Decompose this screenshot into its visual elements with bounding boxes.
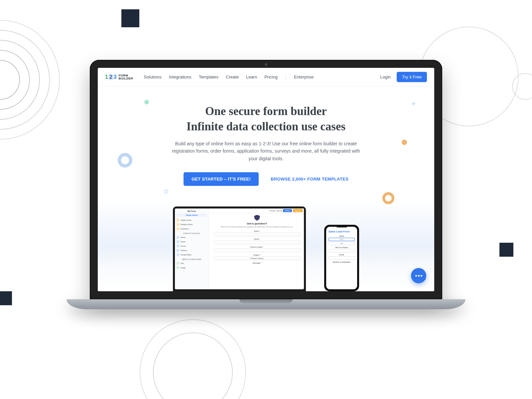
try-free-button[interactable]: Try it Free <box>397 72 427 82</box>
decoration-plus-icon: + <box>411 100 416 108</box>
bg-square-right <box>499 243 513 257</box>
mockup-form-canvas: Got a question? We're here to help and a… <box>209 208 304 289</box>
nav-link-learn[interactable]: Learn <box>246 74 257 79</box>
logo[interactable]: 123 FORMBUILDER <box>105 74 133 80</box>
logo-text: FORMBUILDER <box>119 74 133 80</box>
decoration-dot-orange <box>402 140 407 145</box>
decoration-ring-small <box>164 190 168 194</box>
nav-link-enterprise[interactable]: Enterprise <box>294 74 314 79</box>
nav-link-templates[interactable]: Templates <box>199 74 218 79</box>
nav-link-pricing[interactable]: Pricing <box>264 74 278 79</box>
mockup-phone: Sales Lead Form Name First Last Title of… <box>324 225 359 291</box>
site-navbar: 123 FORMBUILDER Solutions Integrations T… <box>98 68 434 86</box>
laptop-camera <box>265 63 267 66</box>
bg-square-top <box>121 9 139 27</box>
product-mockups: Preview Results Publish Upgrade My Form … <box>173 198 359 291</box>
mockup-laptop: Preview Results Publish Upgrade My Form … <box>173 206 306 291</box>
nav-link-create[interactable]: Create <box>226 74 239 79</box>
chat-fab-button[interactable] <box>411 268 426 283</box>
login-link[interactable]: Login <box>380 74 391 79</box>
decoration-ring-blue <box>118 153 132 168</box>
nav-divider <box>286 74 286 80</box>
cta-get-started-button[interactable]: GET STARTED – IT'S FREE! <box>184 172 259 186</box>
nav-link-solutions[interactable]: Solutions <box>144 74 161 79</box>
logo-mark: 123 <box>105 74 117 80</box>
chat-icon <box>415 275 422 277</box>
shield-icon <box>254 215 260 221</box>
laptop-mockup: 123 FORMBUILDER Solutions Integrations T… <box>90 60 442 309</box>
bg-square-left <box>0 291 12 305</box>
decoration-dot-mint <box>144 100 149 104</box>
hero-section: + One secure form builder Infinite data … <box>98 86 434 291</box>
cta-browse-templates-link[interactable]: BROWSE 2,000+ FORM TEMPLATES <box>271 177 348 182</box>
nav-link-integrations[interactable]: Integrations <box>169 74 192 79</box>
mockup-sidebar: My Form Single choice Single choice Mult… <box>175 208 209 289</box>
hero-title: One secure form builder Infinite data co… <box>98 104 434 134</box>
mockup-topbar: Preview Results Publish Upgrade <box>209 208 304 213</box>
nav-links: Solutions Integrations Templates Create … <box>144 74 278 79</box>
hero-subtitle: Build any type of online form as easy as… <box>170 140 362 162</box>
decoration-ring-orange <box>382 192 394 204</box>
laptop-base <box>66 299 466 309</box>
